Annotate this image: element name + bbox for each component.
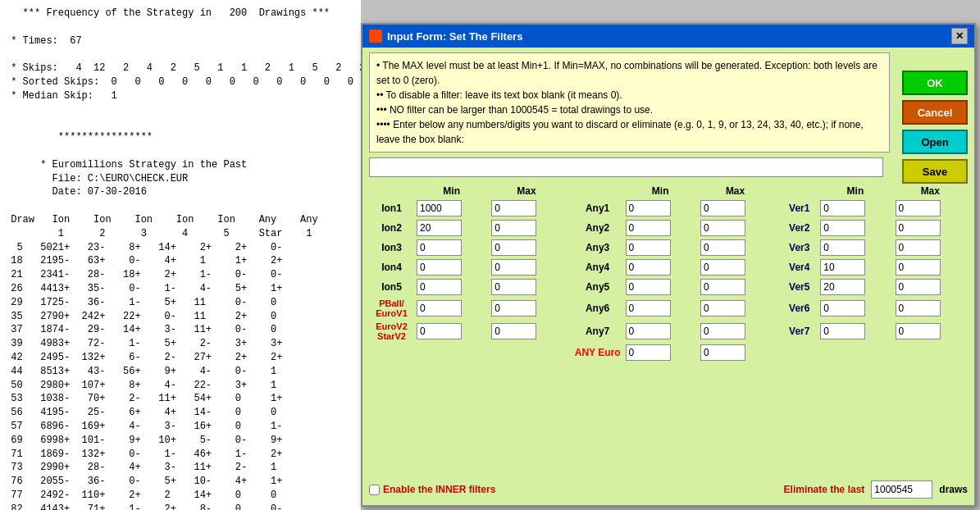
any3-max-input[interactable] [700, 239, 745, 256]
ion2-max-input[interactable] [491, 220, 536, 236]
any7-min-input[interactable] [626, 323, 671, 339]
discard-input[interactable] [369, 157, 883, 177]
ver5-label: Ver5 [781, 277, 818, 297]
pball-max-input[interactable] [491, 300, 536, 316]
modal-title: Input Form: Set The Filters [387, 30, 951, 43]
ver6-min-input[interactable] [820, 300, 865, 316]
any5-max-input[interactable] [700, 279, 745, 295]
open-button[interactable]: Open [902, 130, 968, 154]
any-max-header: Max [698, 184, 773, 198]
any5-label: Any5 [572, 277, 623, 297]
ion5-max-input[interactable] [491, 279, 536, 295]
any2-label: Any2 [572, 218, 623, 238]
ver4-max-input[interactable] [896, 259, 941, 275]
pball-label: PBall/EuroV1 [369, 297, 414, 320]
ver-min-header: Min [818, 184, 892, 198]
ion2-label: Ion2 [369, 218, 414, 238]
filters-area: Min Max Min Max Min Max I [369, 184, 968, 362]
any6-max-input[interactable] [700, 300, 745, 316]
any7-max-input[interactable] [700, 323, 745, 339]
close-button[interactable]: ✕ [951, 28, 968, 44]
ver1-min-input[interactable] [820, 200, 865, 216]
ion3-min-input[interactable] [417, 239, 462, 256]
any1-max-input[interactable] [700, 200, 745, 216]
ver3-max-input[interactable] [896, 239, 941, 256]
ver2-max-input[interactable] [896, 220, 941, 236]
info-line-2: •• To disable a filter: leave its text b… [376, 88, 882, 102]
ver1-max-input[interactable] [896, 200, 941, 216]
any3-label: Any3 [572, 238, 623, 257]
ver7-max-input[interactable] [896, 323, 941, 339]
pball-min-input[interactable] [417, 300, 462, 316]
any1-label: Any1 [572, 198, 623, 218]
ion2-min-input[interactable] [417, 220, 462, 236]
ver7-label: Ver7 [781, 320, 818, 343]
any4-min-input[interactable] [626, 259, 671, 275]
ver3-label: Ver3 [781, 238, 818, 257]
ver7-min-input[interactable] [820, 323, 865, 339]
ver6-label: Ver6 [781, 297, 818, 320]
any-euro-label: ANY Euro [572, 343, 623, 362]
filter-row-4: Ion4 Any4 Ver4 [369, 257, 968, 277]
info-box: • The MAX level must be at least Min+1. … [369, 52, 890, 153]
eurov2-min-input[interactable] [417, 323, 462, 339]
cancel-button[interactable]: Cancel [902, 100, 968, 125]
eurov2-max-input[interactable] [491, 323, 536, 339]
terminal-output: *** Frequency of the Strategy in 200 Dra… [0, 0, 361, 510]
filter-row-7: EuroV2StarV2 Any7 Ver7 [369, 320, 968, 343]
ver1-label: Ver1 [781, 198, 818, 218]
ver5-max-input[interactable] [896, 279, 941, 295]
input-form-dialog: Input Form: Set The Filters ✕ OK Cancel … [361, 23, 976, 507]
ok-button[interactable]: OK [902, 71, 968, 95]
draws-label: draws [939, 484, 968, 495]
filter-row-2: Ion2 Any2 Ver2 [369, 218, 968, 238]
any4-label: Any4 [572, 257, 623, 277]
eliminate-input[interactable] [871, 480, 932, 499]
ver-max-header: Max [893, 184, 968, 198]
ion1-min-input[interactable] [417, 200, 462, 216]
any3-min-input[interactable] [626, 239, 671, 256]
ion5-label: Ion5 [369, 277, 414, 297]
ver3-min-input[interactable] [820, 239, 865, 256]
inner-filter-label: Enable the INNER filters [383, 484, 495, 495]
any7-label: Any7 [572, 320, 623, 343]
any6-label: Any6 [572, 297, 623, 320]
any1-min-input[interactable] [626, 200, 671, 216]
ion4-label: Ion4 [369, 257, 414, 277]
info-line-1: • The MAX level must be at least Min+1. … [376, 58, 882, 88]
eurov2-label: EuroV2StarV2 [369, 320, 414, 343]
ver6-max-input[interactable] [896, 300, 941, 316]
inner-filter-checkbox[interactable] [369, 485, 380, 495]
ion5-min-input[interactable] [417, 279, 462, 295]
ion4-max-input[interactable] [491, 259, 536, 275]
any2-min-input[interactable] [626, 220, 671, 236]
inner-filter-checkbox-container: Enable the INNER filters [369, 484, 495, 495]
any-euro-min-input[interactable] [626, 344, 671, 361]
save-button[interactable]: Save [902, 159, 968, 184]
ver4-label: Ver4 [781, 257, 818, 277]
ver5-min-input[interactable] [820, 279, 865, 295]
ion4-min-input[interactable] [417, 259, 462, 275]
filters-table: Min Max Min Max Min Max I [369, 184, 968, 362]
any6-min-input[interactable] [626, 300, 671, 316]
any-euro-max-input[interactable] [700, 344, 745, 361]
ion1-max-input[interactable] [491, 200, 536, 216]
filter-row-5: Ion5 Any5 Ver5 [369, 277, 968, 297]
ion-max-header: Max [489, 184, 563, 198]
ver2-min-input[interactable] [820, 220, 865, 236]
ion3-max-input[interactable] [491, 239, 536, 256]
any-min-header: Min [623, 184, 698, 198]
ion1-label: Ion1 [369, 198, 414, 218]
modal-icon [369, 30, 382, 43]
eliminate-label: Eliminate the last [784, 484, 865, 495]
ver2-label: Ver2 [781, 218, 818, 238]
filter-row-1: Ion1 Any1 Ver1 [369, 198, 968, 218]
filter-row-8: ANY Euro [369, 343, 968, 362]
action-buttons-panel: OK Cancel Open Save [902, 71, 968, 184]
any4-max-input[interactable] [700, 259, 745, 275]
modal-titlebar: Input Form: Set The Filters ✕ [362, 25, 974, 48]
ion3-label: Ion3 [369, 238, 414, 257]
any5-min-input[interactable] [626, 279, 671, 295]
ver4-min-input[interactable] [820, 259, 865, 275]
any2-max-input[interactable] [700, 220, 745, 236]
